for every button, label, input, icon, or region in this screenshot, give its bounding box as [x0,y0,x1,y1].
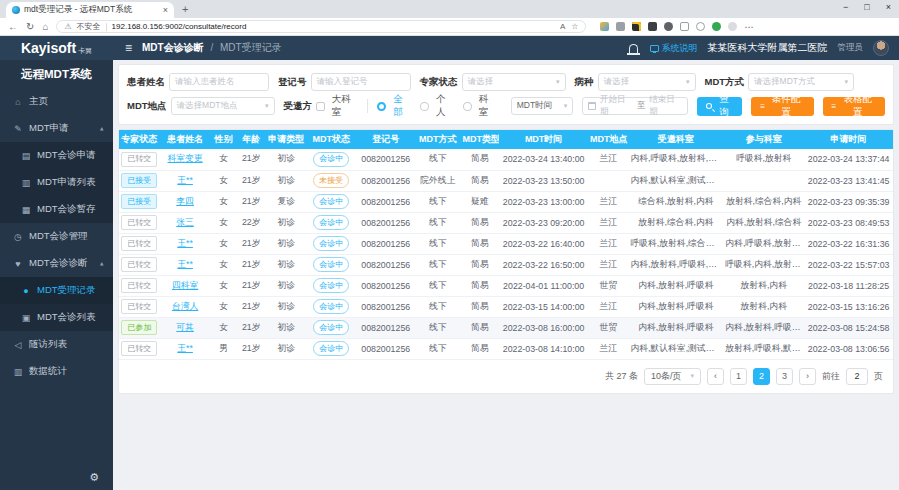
expand-arrow-icon: ▾ [100,125,104,133]
favorite-star-icon[interactable]: ☆ [571,22,578,31]
cell-mdt_time: 2022-04-01 11:00:00 [499,275,588,296]
tab-close-icon[interactable]: × [163,6,168,15]
circle-extension-icon[interactable] [664,22,673,31]
patient-name-input[interactable]: 请输入患者姓名 [169,73,269,91]
mdt-location-select[interactable]: 请选择MDT地点▾ [171,97,275,115]
page-size-select[interactable]: 10条/页 ▾ [644,368,701,385]
cell-participating [723,170,804,191]
cell-mdt_time: 2022-03-23 13:00:00 [499,191,588,212]
column-header-参与科室: 参与科室 [723,130,804,149]
system-help-link[interactable]: 系统说明 [650,42,698,55]
goto-page-input[interactable]: 2 [846,368,868,385]
collections-icon[interactable] [696,22,705,31]
user-avatar[interactable] [873,40,889,56]
condition-config-button[interactable]: ≡ 条件配置 [751,97,813,116]
table-row: 已转交台湾人女21岁初诊会诊中0082001256线下简易2022-03-15 … [119,296,893,317]
sidebar-collapse-icon[interactable]: ≡ [125,41,132,55]
split-screen-icon[interactable] [680,22,689,31]
browser-tab[interactable]: mdt受理记录 - 远程MDT系统 × [6,2,174,18]
cell-reg_no: 0082001256 [356,317,415,338]
sidebar-item-主页[interactable]: ⌂主页 [0,88,113,115]
sidebar-item-数据统计[interactable]: ▥数据统计 [0,358,113,385]
sidebar-item-MDT会诊暂存[interactable]: ▦MDT会诊暂存 [0,196,113,223]
invited-party-label: 受邀方 [284,100,313,113]
read-aloud-icon[interactable]: A [560,22,565,31]
dark-extension-icon[interactable] [632,22,641,31]
cell-age: 21岁 [236,191,266,212]
mdt-status-cell: 会诊中 [306,254,356,275]
home-icon[interactable]: ⌂ [42,22,48,32]
page-button-1[interactable]: 1 [730,368,747,385]
mdt-status-cell: 会诊中 [306,212,356,233]
refresh-icon[interactable]: ↻ [26,22,34,32]
sidebar-item-MDT受理记录[interactable]: ●MDT受理记录 [0,277,113,304]
patient-name-link[interactable]: 王** [177,259,193,269]
sidebar-item-随访列表[interactable]: ◁随访列表 [0,331,113,358]
radio-dept[interactable] [463,102,472,111]
browser-tab-strip: mdt受理记录 - 远程MDT系统 × + − □ × [0,0,899,18]
cell-apply_type: 初诊 [266,317,306,338]
mdt-status-badge: 会诊中 [313,194,349,209]
sidebar-item-MDT会诊管理[interactable]: ◷MDT会诊管理 [0,223,113,250]
chevron-down-icon: ▾ [556,78,560,86]
time-type-select[interactable]: MDT时间▾ [511,97,574,115]
cell-mdt_time: 2022-03-08 16:00:00 [499,317,588,338]
date-range-picker[interactable]: 开始日期 至 结束日期 [582,97,688,115]
cell-apply_type: 复诊 [266,191,306,212]
next-page-button[interactable]: › [799,368,816,385]
more-menu-icon[interactable]: ⋯ [744,22,753,32]
patient-name-cell: 王** [159,170,210,191]
profile-avatar-icon[interactable] [728,22,737,31]
sidebar-item-MDT申请[interactable]: ✎MDT申请▾ [0,115,113,142]
tab-title: mdt受理记录 - 远程MDT系统 [24,4,159,16]
back-icon[interactable]: ← [8,22,18,32]
patient-name-link[interactable]: 可其 [176,322,194,332]
chevron-down-icon: ▾ [265,102,269,110]
cell-reg_no: 0082001256 [356,149,415,170]
patient-name-link[interactable]: 李四 [176,196,194,206]
square-extension-icon[interactable] [648,22,657,31]
patient-name-link[interactable]: 科室变更 [168,153,203,163]
prev-page-button[interactable]: ‹ [707,368,724,385]
sidebar-item-MDT会诊诊断[interactable]: ♥MDT会诊诊断▾ [0,250,113,277]
register-no-input[interactable]: 请输入登记号 [311,73,411,91]
settings-gear-icon[interactable]: ⚙ [89,471,99,484]
window-close-button[interactable]: × [886,2,891,12]
mdt-status-badge: 会诊中 [313,299,349,314]
patient-name-link[interactable]: 王** [177,343,193,353]
page-button-2[interactable]: 2 [753,368,770,385]
cell-participating: 呼吸科,内科,放射科,影像科 [723,254,804,275]
patient-name-link[interactable]: 王** [177,175,193,185]
radio-personal[interactable] [420,102,429,111]
search-button[interactable]: 查询 [697,97,742,116]
extension-icon[interactable] [600,22,609,31]
sidebar-item-MDT会诊申请[interactable]: ▤MDT会诊申请 [0,142,113,169]
sidebar-item-MDT申请列表[interactable]: ▥MDT申请列表 [0,169,113,196]
patient-name-link[interactable]: 张三 [176,217,194,227]
window-maximize-button[interactable]: □ [864,2,869,12]
cell-gender: 男 [211,338,237,359]
disease-select[interactable]: 请选择▾ [598,73,696,91]
big-dept-checkbox[interactable] [316,102,325,111]
new-tab-button[interactable]: + [182,3,188,15]
copy-extension-icon[interactable] [616,22,625,31]
window-minimize-button[interactable]: − [843,2,848,12]
browser-essentials-icon[interactable] [712,22,721,31]
patient-name-link[interactable]: 台湾人 [172,301,198,311]
page-button-3[interactable]: 3 [776,368,793,385]
expert-status-select[interactable]: 请选择▾ [462,73,566,91]
chevron-down-icon: ▾ [564,102,568,110]
filter-divider [367,99,368,113]
table-config-button[interactable]: ≡ 表格配置 [823,97,885,116]
sidebar-item-MDT会诊列表[interactable]: ▣MDT会诊列表 [0,304,113,331]
patient-name-link[interactable]: 王** [177,238,193,248]
cell-type: 疑难 [460,191,499,212]
patient-name-link[interactable]: 四科室 [172,280,198,290]
radio-all[interactable] [377,102,386,111]
notification-bell-icon[interactable] [629,44,638,53]
url-field[interactable]: ⚠ 不安全 192.168.0.156:9002/consultate/reco… [56,20,586,33]
record-table-panel: 专家状态患者姓名性别年龄申请类型MDT状态登记号MDT方式MDT类型MDT时间M… [118,129,894,394]
mdt-status-badge: 会诊中 [313,341,349,356]
mdt-mode-select[interactable]: 请选择MDT方式▾ [748,73,854,91]
patient-name-cell: 李四 [159,191,210,212]
